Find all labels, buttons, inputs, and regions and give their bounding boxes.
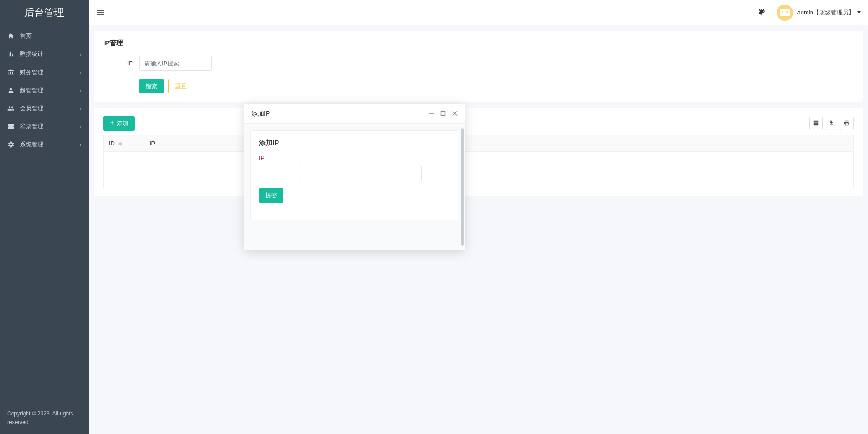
chevron-right-icon: ›: [80, 88, 81, 93]
print-button[interactable]: [840, 117, 854, 130]
modal-card-title: 添加IP: [259, 139, 450, 147]
sidebar-nav: 首页 数据统计 › 财务管理 › 超管管理 ›: [0, 25, 89, 402]
print-icon: [844, 120, 850, 127]
ticket-icon: [7, 123, 14, 130]
modal-header[interactable]: 添加IP: [244, 104, 465, 124]
minimize-icon: [429, 110, 434, 117]
nav-item-members[interactable]: 会员管理 ›: [0, 99, 89, 117]
nav-item-lottery[interactable]: 彩票管理 ›: [0, 117, 89, 135]
chevron-right-icon: ›: [80, 70, 81, 75]
add-button[interactable]: 添加: [103, 116, 135, 131]
chevron-right-icon: ›: [80, 52, 81, 57]
modal-ip-input[interactable]: [300, 166, 422, 181]
columns-button[interactable]: [809, 117, 823, 130]
gear-icon: [7, 141, 14, 148]
nav-label: 首页: [20, 32, 81, 40]
table-toolbar: 添加: [103, 116, 854, 131]
nav-item-stats[interactable]: 数据统计 ›: [0, 45, 89, 63]
data-table: ID IP: [103, 135, 854, 188]
sidebar: 后台管理 首页 数据统计 › 财务管理 ›: [0, 0, 89, 434]
page-title: IP管理: [103, 39, 854, 47]
button-row: 检索 重置: [103, 79, 854, 93]
chevron-right-icon: ›: [80, 106, 81, 111]
modal-title: 添加IP: [251, 110, 429, 118]
reset-button[interactable]: 重置: [168, 79, 193, 93]
nav-label: 彩票管理: [20, 122, 80, 131]
main: admin【超级管理员】 IP管理 IP 检索 重置: [89, 0, 868, 434]
search-label: IP: [103, 60, 139, 67]
table-row-empty: [104, 152, 854, 188]
caret-down-icon: [857, 11, 861, 14]
modal-maximize-button[interactable]: [440, 110, 446, 117]
modal-form-label: IP: [259, 154, 450, 161]
group-icon: [7, 105, 14, 112]
columns-icon: [813, 120, 819, 127]
nav-label: 财务管理: [20, 68, 80, 76]
sidebar-logo: 后台管理: [0, 0, 89, 25]
theme-button[interactable]: [758, 8, 766, 17]
search-card: IP管理 IP 检索 重置: [94, 31, 863, 102]
bank-icon: [7, 69, 14, 76]
sidebar-toggle[interactable]: [96, 8, 105, 17]
nav-item-home[interactable]: 首页: [0, 27, 89, 45]
user-dropdown[interactable]: admin【超级管理员】: [777, 5, 861, 21]
person-icon: [7, 87, 14, 94]
chevron-right-icon: ›: [80, 124, 81, 129]
export-button[interactable]: [825, 117, 838, 130]
table-header-id[interactable]: ID: [104, 135, 144, 152]
nav-label: 数据统计: [20, 50, 80, 58]
table-card: 添加: [94, 108, 863, 196]
add-ip-modal: 添加IP 添加IP IP: [244, 104, 465, 250]
header: admin【超级管理员】: [89, 0, 868, 25]
palette-icon: [758, 8, 766, 17]
maximize-icon: [440, 110, 446, 117]
avatar: [777, 5, 793, 21]
sort-icon: [118, 142, 122, 146]
export-icon: [828, 120, 835, 127]
nav-label: 会员管理: [20, 104, 80, 112]
sidebar-footer: Copyright © 2023. All rights reserved.: [0, 402, 89, 434]
modal-body: 添加IP IP 提交: [244, 124, 465, 250]
nav-item-admin[interactable]: 超管管理 ›: [0, 81, 89, 99]
add-button-label: 添加: [117, 119, 128, 127]
search-row: IP: [103, 56, 854, 71]
modal-submit-button[interactable]: 提交: [259, 188, 283, 203]
nav-label: 系统管理: [20, 140, 80, 149]
content: IP管理 IP 检索 重置 添加: [89, 25, 868, 434]
svg-rect-4: [441, 111, 445, 115]
modal-close-button[interactable]: [452, 110, 458, 117]
close-icon: [452, 110, 458, 117]
chevron-right-icon: ›: [80, 142, 81, 147]
search-input[interactable]: [139, 56, 212, 71]
nav-item-system[interactable]: 系统管理 ›: [0, 135, 89, 154]
home-icon: [7, 33, 14, 40]
nav-item-finance[interactable]: 财务管理 ›: [0, 63, 89, 81]
modal-minimize-button[interactable]: [429, 110, 434, 117]
scrollbar-thumb[interactable]: [461, 128, 464, 246]
modal-card: 添加IP IP 提交: [250, 130, 458, 220]
search-button[interactable]: 检索: [139, 79, 164, 93]
user-name: admin【超级管理员】: [797, 9, 854, 17]
bar-chart-icon: [7, 51, 14, 58]
nav-label: 超管管理: [20, 86, 80, 94]
plus-icon: [109, 120, 115, 127]
